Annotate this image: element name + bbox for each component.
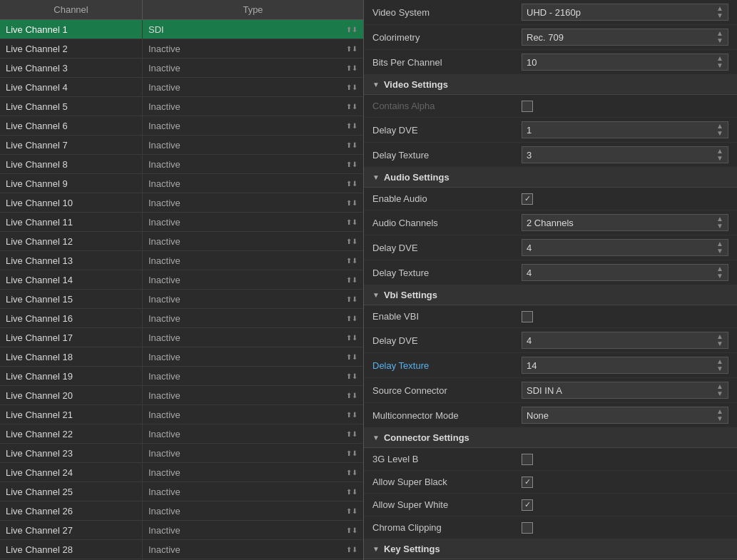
channel-row[interactable]: Live Channel 19Inactive⬆⬇: [0, 367, 363, 386]
channel-name: Live Channel 7: [0, 136, 143, 154]
enable-vbi-value-area: [522, 311, 728, 322]
audio-delay-texture-arrows: ▲▼: [716, 265, 723, 280]
chroma-clipping-checkbox[interactable]: [522, 522, 533, 534]
vbi-delay-texture-control[interactable]: 14 ▲▼: [522, 357, 728, 374]
channel-row[interactable]: Live Channel 17Inactive⬆⬇: [0, 328, 363, 347]
channel-type: Inactive⬆⬇: [143, 328, 363, 347]
channel-name: Live Channel 5: [0, 97, 143, 116]
channel-type-arrows: ⬆⬇: [346, 26, 357, 34]
3g-level-b-checkbox[interactable]: [522, 454, 533, 465]
channel-row[interactable]: Live Channel 21Inactive⬆⬇: [0, 405, 363, 424]
bits-per-channel-row: Bits Per Channel 10 ▲▼: [364, 50, 737, 75]
channel-row[interactable]: Live Channel 22Inactive⬆⬇: [0, 424, 363, 444]
channel-row[interactable]: Live Channel 5Inactive⬆⬇: [0, 97, 363, 116]
connector-settings-header[interactable]: ▼ Connector Settings: [364, 428, 737, 448]
channel-name: Live Channel 10: [0, 193, 143, 212]
channel-type-arrows: ⬆⬇: [346, 353, 357, 361]
channel-type: Inactive⬆⬇: [143, 463, 363, 482]
channel-type-label: Inactive: [148, 429, 181, 439]
channel-type-arrows: ⬆⬇: [346, 103, 357, 111]
audio-delay-texture-value-area: 4 ▲▼: [522, 264, 728, 281]
channel-row[interactable]: Live Channel 3Inactive⬆⬇: [0, 58, 363, 78]
channel-name: Live Channel 26: [0, 502, 143, 520]
channel-type-label: Inactive: [148, 487, 181, 497]
allow-super-black-checkbox[interactable]: ✓: [522, 477, 533, 488]
channel-row[interactable]: Live Channel 10Inactive⬆⬇: [0, 193, 363, 213]
contains-alpha-checkbox[interactable]: [522, 101, 533, 112]
audio-delay-texture-value: 4: [527, 268, 532, 278]
channel-row[interactable]: Live Channel 8Inactive⬆⬇: [0, 155, 363, 174]
audio-channels-dropdown[interactable]: 2 Channels ▲▼: [522, 214, 728, 231]
channel-row[interactable]: Live Channel 23Inactive⬆⬇: [0, 444, 363, 463]
channel-row[interactable]: Live Channel 13Inactive⬆⬇: [0, 251, 363, 270]
multiconnector-dropdown[interactable]: None ▲▼: [522, 407, 728, 424]
channel-type-arrows: ⬆⬇: [346, 507, 357, 515]
contains-alpha-label: Contains Alpha: [372, 101, 522, 111]
channel-type-label: Inactive: [148, 294, 181, 305]
channel-name: Live Channel 16: [0, 309, 143, 327]
channel-row[interactable]: Live Channel 26Inactive⬆⬇: [0, 502, 363, 521]
channel-type: Inactive⬆⬇: [143, 232, 363, 250]
channel-name: Live Channel 17: [0, 328, 143, 347]
video-delay-dve-value: 1: [527, 125, 532, 136]
channel-type-arrows: ⬆⬇: [346, 546, 357, 554]
allow-super-black-value-area: ✓: [522, 477, 728, 488]
channel-type: Inactive⬆⬇: [143, 174, 363, 193]
channel-row[interactable]: Live Channel 15Inactive⬆⬇: [0, 290, 363, 309]
audio-delay-dve-value: 4: [527, 243, 532, 253]
channel-row[interactable]: Live Channel 4Inactive⬆⬇: [0, 78, 363, 97]
channel-list-panel: Channel Type Live Channel 1SDI⬆⬇Live Cha…: [0, 0, 364, 560]
video-delay-texture-row: Delay Texture 3 ▲▼: [364, 143, 737, 168]
channel-type-label: Inactive: [148, 409, 181, 420]
channel-name: Live Channel 8: [0, 155, 143, 173]
bits-per-channel-label: Bits Per Channel: [372, 57, 522, 68]
channel-row[interactable]: Live Channel 9Inactive⬆⬇: [0, 174, 363, 193]
channel-row[interactable]: Live Channel 16Inactive⬆⬇: [0, 309, 363, 328]
source-connector-dropdown[interactable]: SDI IN A ▲▼: [522, 382, 728, 399]
enable-audio-checkbox[interactable]: ✓: [522, 193, 533, 205]
channel-row[interactable]: Live Channel 2Inactive⬆⬇: [0, 39, 363, 58]
channel-row[interactable]: Live Channel 12Inactive⬆⬇: [0, 232, 363, 251]
video-delay-texture-control[interactable]: 3 ▲▼: [522, 146, 728, 163]
channel-name: Live Channel 4: [0, 78, 143, 96]
channel-row[interactable]: Live Channel 7Inactive⬆⬇: [0, 136, 363, 155]
3g-level-b-value-area: [522, 454, 728, 465]
channel-row[interactable]: Live Channel 1SDI⬆⬇: [0, 20, 363, 39]
colorimetry-dropdown[interactable]: Rec. 709 ▲▼: [522, 29, 728, 46]
enable-vbi-checkbox[interactable]: [522, 311, 533, 322]
audio-delay-texture-label: Delay Texture: [372, 268, 522, 278]
audio-settings-header[interactable]: ▼ Audio Settings: [364, 168, 737, 188]
channel-row[interactable]: Live Channel 11Inactive⬆⬇: [0, 213, 363, 232]
allow-super-white-checkbox[interactable]: ✓: [522, 499, 533, 511]
colorimetry-value-area: Rec. 709 ▲▼: [522, 29, 728, 46]
audio-delay-texture-control[interactable]: 4 ▲▼: [522, 264, 728, 281]
video-system-dropdown[interactable]: UHD - 2160p ▲▼: [522, 4, 728, 21]
channel-row[interactable]: Live Channel 27Inactive⬆⬇: [0, 521, 363, 540]
channel-row[interactable]: Live Channel 14Inactive⬆⬇: [0, 270, 363, 290]
channel-row[interactable]: Live Channel 6Inactive⬆⬇: [0, 116, 363, 136]
channel-row[interactable]: Live Channel 18Inactive⬆⬇: [0, 347, 363, 367]
channel-row[interactable]: Live Channel 25Inactive⬆⬇: [0, 482, 363, 502]
channel-row[interactable]: Live Channel 20Inactive⬆⬇: [0, 386, 363, 405]
audio-delay-dve-control[interactable]: 4 ▲▼: [522, 239, 728, 256]
video-settings-header[interactable]: ▼ Video Settings: [364, 75, 737, 95]
enable-vbi-row: Enable VBI: [364, 305, 737, 328]
bits-per-channel-arrows: ▲▼: [716, 55, 723, 69]
vbi-delay-dve-control[interactable]: 4 ▲▼: [522, 332, 728, 349]
channel-type-arrows: ⬆⬇: [346, 372, 357, 380]
channel-type: Inactive⬆⬇: [143, 367, 363, 385]
video-delay-dve-control[interactable]: 1 ▲▼: [522, 121, 728, 138]
channel-type: Inactive⬆⬇: [143, 116, 363, 135]
bits-per-channel-control[interactable]: 10 ▲▼: [522, 54, 728, 71]
type-column-header: Type: [143, 0, 363, 19]
channel-row[interactable]: Live Channel 28Inactive⬆⬇: [0, 540, 363, 559]
key-settings-title: Key Settings: [384, 544, 440, 554]
vbi-delay-dve-value-area: 4 ▲▼: [522, 332, 728, 349]
vbi-settings-header[interactable]: ▼ Vbi Settings: [364, 285, 737, 305]
allow-super-white-value-area: ✓: [522, 499, 728, 511]
video-delay-texture-value: 3: [527, 150, 532, 161]
channel-type-label: Inactive: [148, 352, 181, 362]
channel-row[interactable]: Live Channel 24Inactive⬆⬇: [0, 463, 363, 482]
key-settings-header[interactable]: ▼ Key Settings: [364, 539, 737, 559]
channel-type: Inactive⬆⬇: [143, 136, 363, 154]
